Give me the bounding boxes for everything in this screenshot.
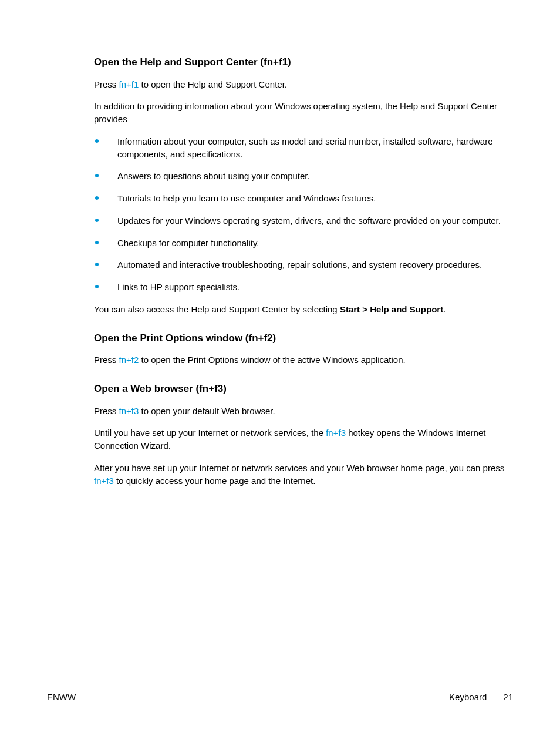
text: to open the Help and Support Center. <box>139 79 287 89</box>
text: to open the Print Options window of the … <box>139 355 405 365</box>
text: Press <box>94 79 119 89</box>
list-item: Checkups for computer functionality. <box>94 237 513 250</box>
text: Press <box>94 355 119 365</box>
bullet-text: Links to HP support specialists. <box>117 282 239 292</box>
section1-bullets: Information about your computer, such as… <box>94 135 513 294</box>
hotkey-fn-f1: fn+f1 <box>119 79 139 89</box>
section3-p2: Until you have set up your Internet or n… <box>94 426 513 452</box>
section3-p3: After you have set up your Internet or n… <box>94 462 513 488</box>
text: to quickly access your home page and the… <box>114 476 316 486</box>
section3-p1: Press fn+f3 to open your default Web bro… <box>94 405 513 418</box>
hotkey-fn-f3: fn+f3 <box>326 428 346 438</box>
menu-path: Start > Help and Support <box>340 304 443 314</box>
text: You can also access the Help and Support… <box>94 304 340 314</box>
page-content: Open the Help and Support Center (fn+f1)… <box>0 0 560 487</box>
list-item: Automated and interactive troubleshootin… <box>94 258 513 271</box>
list-item: Information about your computer, such as… <box>94 135 513 161</box>
footer-right: Keyboard 21 <box>449 691 513 704</box>
list-item: Links to HP support specialists. <box>94 281 513 294</box>
section1-p3: You can also access the Help and Support… <box>94 303 513 316</box>
hotkey-fn-f3: fn+f3 <box>119 406 139 416</box>
footer-page-number: 21 <box>503 691 513 704</box>
section1-heading: Open the Help and Support Center (fn+f1) <box>94 55 513 70</box>
text: to open your default Web browser. <box>139 406 275 416</box>
text: . <box>443 304 446 314</box>
section2-p1: Press fn+f2 to open the Print Options wi… <box>94 354 513 367</box>
text: Until you have set up your Internet or n… <box>94 428 326 438</box>
list-item: Updates for your Windows operating syste… <box>94 214 513 227</box>
section3-heading: Open a Web browser (fn+f3) <box>94 382 513 396</box>
section1-p1: Press fn+f1 to open the Help and Support… <box>94 78 513 91</box>
footer-left: ENWW <box>47 691 76 704</box>
list-item: Tutorials to help you learn to use compu… <box>94 192 513 205</box>
hotkey-fn-f3: fn+f3 <box>94 476 114 486</box>
bullet-text: Automated and interactive troubleshootin… <box>117 260 482 270</box>
bullet-text: Information about your computer, such as… <box>117 136 493 159</box>
bullet-text: Checkups for computer functionality. <box>117 238 259 248</box>
section2-heading: Open the Print Options window (fn+f2) <box>94 331 513 346</box>
bullet-text: Answers to questions about using your co… <box>117 171 310 181</box>
bullet-text: Updates for your Windows operating syste… <box>117 216 501 226</box>
list-item: Answers to questions about using your co… <box>94 170 513 183</box>
bullet-text: Tutorials to help you learn to use compu… <box>117 193 376 203</box>
hotkey-fn-f2: fn+f2 <box>119 355 139 365</box>
text: After you have set up your Internet or n… <box>94 463 504 473</box>
text: Press <box>94 406 119 416</box>
footer-section: Keyboard <box>449 691 487 704</box>
section1-p2: In addition to providing information abo… <box>94 100 513 126</box>
page-footer: ENWW Keyboard 21 <box>47 691 513 704</box>
